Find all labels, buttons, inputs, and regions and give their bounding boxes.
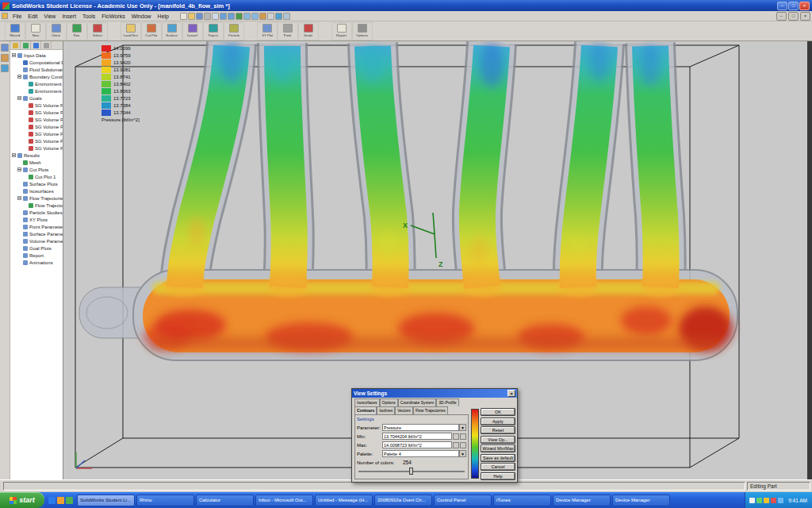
dialog-tab[interactable]: Vectors (395, 406, 413, 414)
task-button[interactable]: iTunes (493, 495, 551, 506)
toolbar-button[interactable]: Isosurf (182, 22, 203, 40)
tree-item[interactable]: Mesh (10, 159, 63, 166)
tree-item[interactable]: Volume Parameters (10, 237, 63, 244)
dialog-button[interactable]: Apply (481, 418, 515, 425)
print-icon[interactable] (204, 13, 211, 20)
toolbar-button[interactable]: Point (278, 22, 298, 40)
toolbar-button[interactable]: Traject (203, 22, 224, 40)
tree-item[interactable]: Goal Plots (10, 244, 63, 252)
panel-tab[interactable] (31, 41, 41, 50)
tree-item[interactable]: Goals (10, 94, 63, 102)
dialog-button[interactable]: View Op... (481, 436, 515, 444)
task-button[interactable]: SolidWorks Student Li... (77, 495, 135, 506)
doc-restore-button[interactable]: □ (788, 12, 799, 21)
menu-item[interactable]: View (40, 13, 59, 19)
tree-item[interactable]: Fluid Subdomains (10, 66, 63, 73)
slider-thumb[interactable] (409, 468, 413, 475)
task-button[interactable]: Untitled - Message (H... (315, 495, 373, 506)
open-icon[interactable] (188, 13, 195, 20)
dialog-tab[interactable]: 3D-Profile (436, 398, 458, 406)
messenger-icon[interactable] (778, 498, 783, 503)
tree-item[interactable]: Surface Parameters (10, 230, 63, 237)
min-value-field[interactable]: 13.7044204 lbf/in^2 (382, 433, 452, 440)
tree-item[interactable]: XY Plots (10, 216, 63, 223)
rebuild-icon[interactable] (236, 13, 243, 20)
toolbar-button[interactable]: XY Plot (257, 22, 278, 40)
outlook-icon[interactable] (57, 497, 64, 504)
task-button[interactable]: 20080910a Overt Ch... (374, 495, 432, 506)
task-button[interactable]: Inbox - Microsoft Out... (255, 495, 313, 506)
show-desktop-icon[interactable] (66, 497, 73, 504)
tree-expander-icon[interactable] (17, 196, 21, 200)
toolbar-button[interactable]: Clone (46, 22, 67, 40)
undo-icon[interactable] (220, 13, 227, 20)
tree-item[interactable]: SG Volume Flow Rate 5 (10, 130, 63, 137)
toolbar-button[interactable]: Cut Plot (141, 22, 162, 40)
max-pick-button[interactable] (453, 442, 459, 448)
redo-icon[interactable] (228, 13, 235, 20)
dialog-button[interactable]: Help (481, 472, 515, 480)
tree-item[interactable]: Results (10, 152, 63, 159)
tree-item[interactable]: Particle Studies (10, 209, 63, 216)
select-tool-icon[interactable] (1, 44, 9, 52)
tree-item[interactable]: SG Volume Flow Rate 7 (10, 144, 63, 152)
chevron-down-icon[interactable]: ▼ (459, 424, 466, 431)
parameter-select[interactable]: Pressure (382, 424, 459, 431)
update-icon[interactable] (764, 498, 769, 503)
wireframe-view-icon[interactable] (283, 13, 290, 20)
tree-expander-icon[interactable] (12, 53, 16, 57)
measure-tool-icon[interactable] (1, 64, 9, 72)
tree-item[interactable]: SG Volume Flow Rate 2 (10, 109, 63, 116)
tree-item[interactable]: Surface Plots (10, 180, 63, 187)
dialog-tab[interactable]: Contours (354, 406, 377, 414)
tree-item[interactable]: SG Volume Flow Rate 4 (10, 123, 63, 130)
tree-item[interactable]: SG Volume Flow Rate 3 (10, 116, 63, 123)
zoom-fit-icon[interactable] (243, 13, 251, 20)
toolbar-button[interactable]: New (25, 22, 46, 40)
maximize-button[interactable]: □ (788, 2, 799, 10)
colors-slider[interactable] (357, 468, 466, 475)
menu-item[interactable]: Edit (25, 13, 40, 19)
tree-item[interactable]: Environment Pressure 2 (10, 87, 63, 94)
menu-item[interactable]: Tools (79, 13, 98, 19)
minimize-button[interactable]: – (777, 2, 787, 10)
start-button[interactable]: start (0, 492, 44, 508)
save-icon[interactable] (196, 13, 203, 20)
tree-item[interactable]: Input Data (10, 52, 63, 59)
dialog-tab[interactable]: Coordinate System (398, 398, 437, 406)
menu-item[interactable]: Help (155, 13, 172, 19)
toolbar-button[interactable]: Report (331, 22, 352, 40)
dialog-button[interactable]: OK (481, 408, 515, 416)
toolbar-button[interactable]: Options (352, 22, 373, 40)
chevron-down-icon[interactable]: ▼ (459, 450, 466, 457)
tree-expander-icon[interactable] (17, 75, 21, 79)
panel-tab[interactable] (10, 41, 21, 50)
volume-icon[interactable] (749, 498, 755, 503)
task-button[interactable]: Control Panel (434, 495, 492, 506)
sketch-tool-icon[interactable] (1, 54, 9, 62)
panel-tab[interactable] (41, 41, 52, 50)
shaded-view-icon[interactable] (275, 13, 282, 20)
max-reset-button[interactable] (460, 442, 466, 448)
dialog-button[interactable]: Wizard Min/Max (481, 444, 515, 452)
dialog-tab[interactable]: Isolines (377, 406, 395, 414)
toolbar-button[interactable]: Wizard (5, 22, 25, 40)
menu-item[interactable]: File (10, 13, 25, 19)
dialog-close-icon[interactable]: × (508, 390, 515, 397)
tree-expander-icon[interactable] (17, 96, 21, 100)
tree-item[interactable]: Flow Trajectories (10, 194, 63, 202)
menu-item[interactable]: Insert (59, 13, 79, 19)
print-preview-icon[interactable] (212, 13, 219, 20)
tree-item[interactable]: Point Parameters (10, 223, 63, 230)
tree-item[interactable]: Animations (10, 259, 63, 266)
panel-tab[interactable] (21, 41, 31, 50)
zoom-area-icon[interactable] (251, 13, 259, 20)
close-button[interactable]: × (799, 2, 810, 10)
toolbar-button[interactable]: Run (67, 22, 87, 40)
palette-select[interactable]: Palette 4 (382, 450, 459, 457)
dialog-button[interactable]: Reset (481, 426, 515, 434)
min-pick-button[interactable] (453, 433, 459, 440)
doc-close-button[interactable]: × (800, 12, 810, 21)
tree-expander-icon[interactable] (12, 153, 16, 157)
tree-item[interactable]: Computational Domain (10, 59, 63, 66)
